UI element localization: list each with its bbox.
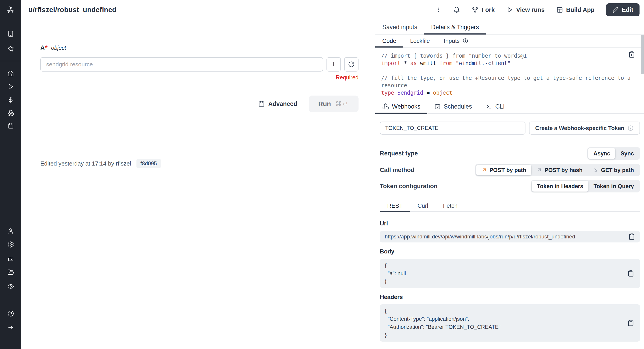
windmill-app: u/rfiszel/robust_undefined [0, 0, 644, 349]
tab-curl[interactable]: Curl [410, 200, 436, 211]
page-title: u/rfiszel/robust_undefined [28, 6, 116, 14]
request-type-label: Request type [380, 150, 418, 157]
help-circle-icon [8, 310, 14, 317]
argument-name: A [40, 45, 45, 51]
url-value: https://app.windmill.dev/api/w/windmill-… [385, 233, 575, 240]
calendar-icon [8, 123, 14, 129]
main-area: u/rfiszel/robust_undefined [21, 0, 644, 349]
user-icon [8, 228, 14, 234]
sidebar-audit-logs-button[interactable] [0, 283, 21, 290]
refresh-button[interactable] [344, 57, 358, 72]
code-line: // fill the type, or use the +Resource t… [381, 75, 638, 82]
tab-code[interactable]: Code [375, 35, 403, 47]
create-webhook-token-label: Create a Webhook-specific Token [535, 125, 624, 131]
sidebar-help-button[interactable] [0, 310, 21, 317]
code-viewer: // import { toWords } from "number-to-wo… [375, 48, 644, 100]
call-method-toggle: POST by path POST by hash [475, 164, 640, 176]
webhooks-label: Webhooks [392, 103, 420, 110]
sidebar-workspace-button[interactable] [0, 31, 21, 37]
kebab-menu-button[interactable] [436, 7, 442, 13]
windmill-logo[interactable] [0, 6, 21, 14]
sidebar-workers-button[interactable] [0, 255, 21, 262]
arrow-up-right-icon [481, 167, 487, 173]
token-in-headers[interactable]: Token in Headers [532, 181, 588, 192]
sidebar-users-button[interactable] [0, 228, 21, 234]
add-resource-button[interactable]: + [326, 57, 341, 72]
arrow-right-icon [8, 324, 14, 331]
arrow-down-right-icon [593, 167, 599, 173]
body-box: { "a": null} [380, 259, 640, 288]
gear-icon [8, 241, 14, 248]
tab-webhooks[interactable]: Webhooks [375, 100, 427, 113]
copy-headers-button[interactable] [628, 320, 634, 326]
folder-open-icon [8, 269, 14, 276]
call-method-post-by-hash[interactable]: POST by hash [531, 165, 588, 175]
view-runs-button[interactable]: View runs [506, 7, 544, 14]
details-panel: Saved inputs Details & Triggers Code Loc… [375, 20, 644, 349]
edit-button[interactable]: Edit [606, 3, 640, 16]
fork-button[interactable]: Fork [472, 7, 495, 14]
tab-saved-inputs[interactable]: Saved inputs [375, 20, 424, 34]
argument-label: A * object [40, 45, 358, 51]
clipboard-icon [628, 320, 634, 326]
edit-label: Edit [622, 7, 633, 14]
sidebar-expand-button[interactable] [0, 324, 21, 331]
call-method-label: Call method [380, 167, 414, 174]
refresh-icon [348, 61, 355, 68]
tab-inputs-label: Inputs [444, 38, 460, 45]
tab-cli[interactable]: CLI [479, 100, 512, 113]
sidebar-runs-button[interactable] [0, 84, 21, 90]
git-fork-icon [472, 7, 478, 13]
tab-rest[interactable]: REST [380, 200, 410, 211]
run-button[interactable]: Run ⌘↵ [309, 96, 358, 112]
sidebar-folders-button[interactable] [0, 269, 21, 276]
token-configuration-label: Token configuration [380, 183, 438, 190]
tab-fetch[interactable]: Fetch [436, 200, 465, 211]
advanced-button[interactable]: Advanced [258, 101, 297, 107]
notifications-button[interactable] [453, 7, 460, 13]
resource-input[interactable] [40, 57, 323, 72]
tab-schedules[interactable]: Schedules [427, 100, 479, 113]
edited-text: Edited yesterday at 17:14 by rfiszel [40, 160, 131, 167]
page-header: u/rfiszel/robust_undefined [21, 0, 644, 20]
code-line: // import { toWords } from "number-to-wo… [381, 52, 638, 60]
sidebar-resources-button[interactable] [0, 110, 21, 116]
json-line: } [385, 277, 635, 285]
tab-details-triggers[interactable]: Details & Triggers [424, 20, 486, 34]
url-label: Url [380, 220, 640, 227]
eye-icon [8, 283, 14, 290]
request-type-async[interactable]: Async [588, 148, 615, 159]
request-type-sync[interactable]: Sync [615, 148, 639, 159]
get-by-path-label: GET by path [601, 167, 634, 173]
dollar-icon [8, 97, 14, 103]
version-badge[interactable]: f8d095 [136, 159, 161, 168]
post-by-hash-label: POST by hash [544, 167, 582, 173]
copy-code-button[interactable] [628, 51, 635, 59]
call-method-get-by-path[interactable]: GET by path [588, 165, 639, 175]
build-app-label: Build App [566, 7, 594, 14]
content: A * object + [21, 20, 644, 349]
copy-url-button[interactable] [628, 233, 635, 240]
bell-icon [453, 7, 460, 13]
copy-body-button[interactable] [628, 270, 634, 277]
build-app-button[interactable]: Build App [556, 7, 594, 14]
sidebar-favorites-button[interactable] [0, 45, 21, 52]
create-webhook-token-button[interactable]: Create a Webhook-specific Token [529, 122, 640, 135]
sidebar-home-button[interactable] [0, 70, 21, 77]
run-shortcut: ⌘↵ [336, 100, 349, 108]
tab-inputs[interactable]: Inputs [437, 35, 475, 47]
panel-scrollbar[interactable] [641, 35, 644, 74]
token-input[interactable] [380, 122, 526, 135]
windmill-logo-icon [6, 6, 15, 14]
call-method-post-by-path[interactable]: POST by path [476, 165, 531, 175]
tab-lockfile[interactable]: Lockfile [403, 35, 437, 47]
sidebar-settings-button[interactable] [0, 241, 21, 248]
token-in-query[interactable]: Token in Query [588, 181, 639, 192]
fork-label: Fork [482, 7, 495, 14]
header-actions: Fork View runs Build App [436, 3, 640, 16]
sidebar [0, 0, 21, 349]
sidebar-variables-button[interactable] [0, 97, 21, 103]
sidebar-schedules-button[interactable] [0, 123, 21, 129]
panel-tabbar: Saved inputs Details & Triggers [375, 20, 644, 35]
argument-type: object [51, 45, 66, 51]
